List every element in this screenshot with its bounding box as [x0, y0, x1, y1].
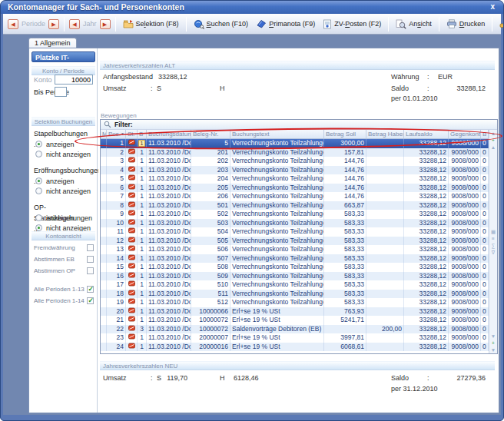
scroll-down-icon[interactable]: ▼ — [491, 333, 496, 340]
column-header-text[interactable]: Buchungstext — [230, 130, 324, 138]
column-header-m[interactable]: M — [101, 130, 107, 138]
append-row-icon[interactable]: + — [492, 340, 495, 346]
scroll-end-icon[interactable]: ▼ — [491, 346, 496, 353]
scroll-up-icon[interactable]: ▲ — [491, 130, 496, 137]
table-row[interactable]: 3111.03.2010 /Do202Verrechnungskonto Tei… — [101, 157, 489, 166]
checkbox-label: Abstimmen OP — [34, 267, 75, 274]
toolbar-button-drucken[interactable]: Drucken — [443, 18, 489, 30]
insert-row-icon[interactable]: + — [492, 137, 495, 144]
column-header-soll[interactable]: Betrag Soll — [324, 130, 366, 138]
status-stamp-icon — [126, 254, 138, 264]
page-up-icon[interactable]: ▲ — [491, 144, 496, 151]
checkbox-icon[interactable] — [87, 256, 94, 263]
close-button[interactable]: x — [490, 1, 495, 13]
table-row[interactable]: 16111.03.2010 /Do509Verrechnungskonto Te… — [101, 272, 489, 281]
table-row[interactable]: 20111.03.2010 /Do10000066Erl+se 19 % USt… — [101, 307, 489, 317]
toolbar-separator — [492, 17, 492, 31]
table-side-strip[interactable]: ▲+▲▦≡∑∇▼+▼ — [489, 130, 497, 353]
table-row[interactable]: 17111.03.2010 /Do510Verrechnungskonto Te… — [101, 280, 489, 290]
konto-input[interactable]: 10000 — [55, 75, 93, 85]
nav-back-icon[interactable]: ◀ — [8, 19, 18, 29]
table-row[interactable]: 13111.03.2010 /Do506Verrechnungskonto Te… — [101, 245, 489, 254]
neu-umsatz-s: S — [157, 374, 161, 382]
column-header-pos[interactable]: Pos.▼ — [107, 130, 126, 138]
kontoansicht-checks: FremdwährungAbstimmen EBAbstimmen OPAlle… — [34, 242, 94, 307]
table-row[interactable]: 11111.03.2010 /Do504Verrechnungskonto Te… — [101, 227, 489, 237]
nav-back-icon[interactable]: ◀ — [69, 19, 80, 29]
radio-option[interactable]: anzeigen — [34, 139, 95, 149]
column-header-lauf[interactable]: Laufsaldo — [404, 130, 449, 138]
table-row[interactable]: 8111.03.2010 /Do501Verrechnungskonto Tei… — [101, 201, 489, 210]
grid-icon[interactable]: ▦ — [491, 228, 496, 235]
filter-icon[interactable]: ∇ — [492, 249, 495, 256]
table-row[interactable]: 18111.03.2010 /Do511Verrechnungskonto Te… — [101, 290, 489, 299]
table-row[interactable]: 15111.03.2010 /Do508Verrechnungskonto Te… — [101, 263, 489, 272]
toolbar-button-zv-posten-f2[interactable]: ZV-Posten (F2) — [319, 18, 385, 31]
table-row[interactable]: 9111.03.2010 /Do502Verrechnungskonto Tei… — [101, 210, 489, 219]
toolbar-button-extras[interactable]: Extras — [496, 18, 504, 30]
table-row[interactable]: 1111.03.2010 /Do5Verrechnungskonto Teilz… — [101, 139, 489, 148]
checkbox-row[interactable]: Fremdwährung — [34, 242, 94, 254]
radio-icon[interactable] — [35, 177, 42, 184]
toolbar-button-selektion-f8[interactable]: Selektion (F8) — [119, 18, 183, 30]
radio-icon[interactable] — [35, 141, 42, 148]
toolbar-button-ansicht[interactable]: Ansicht — [392, 18, 436, 31]
table-row[interactable]: 24111.03.2010 /Do20000016Erl+se 19 % USt… — [101, 343, 489, 352]
table-row[interactable]: 2111.03.2010 /Do201Verrechnungskonto Tei… — [101, 148, 489, 157]
title-bar[interactable]: Kontomanager für Sach- und Personenkonte… — [1, 1, 503, 14]
table-row[interactable]: 10111.03.2010 /Do503Verrechnungskonto Te… — [101, 219, 489, 228]
checkbox-row[interactable]: Alle Perioden 1-14 — [34, 295, 94, 307]
toolbar-button-primanota-f9[interactable]: Primanota (F9) — [252, 18, 319, 30]
table-row[interactable]: 7111.03.2010 /Do206Verrechnungskonto Tei… — [101, 192, 489, 201]
toolbar-separator — [186, 17, 187, 31]
status-stamp-icon — [126, 174, 138, 184]
radio-icon[interactable] — [35, 214, 42, 221]
table-row[interactable]: 12111.03.2010 /Do505Verrechnungskonto Te… — [101, 237, 489, 246]
checkbox-icon[interactable] — [87, 286, 94, 293]
bis-periode-input[interactable] — [55, 87, 67, 97]
folder-select-icon — [123, 19, 134, 28]
table-row[interactable]: 23111.03.2010 /Do20000007Erl+se 19 % USt… — [101, 333, 489, 343]
checkbox-row[interactable]: Abstimmen EB — [34, 254, 94, 265]
table-row[interactable]: 4111.03.2010 /Do203Verrechnungskonto Tei… — [101, 166, 489, 175]
table-row[interactable]: 6111.03.2010 /Do205Verrechnungskonto Tei… — [101, 184, 489, 193]
sum-icon[interactable]: ∑ — [492, 242, 496, 249]
radio-icon[interactable] — [35, 224, 42, 231]
neu-umsatz-label: Umsatz — [103, 374, 127, 382]
nav-forward-icon[interactable]: ▶ — [100, 19, 111, 29]
status-stamp-icon — [126, 316, 138, 325]
tab-allgemein[interactable]: 1 Allgemein — [28, 38, 77, 48]
checkbox-icon[interactable] — [87, 297, 94, 304]
table-row[interactable]: 5111.03.2010 /Do204Verrechnungskonto Tei… — [101, 174, 489, 184]
column-header-beleg[interactable]: Beleg-Nr. — [191, 130, 230, 138]
radio-icon[interactable] — [35, 187, 42, 194]
nav-forward-icon[interactable]: ▶ — [48, 19, 59, 29]
radio-option[interactable]: nicht anzeigen — [34, 186, 95, 196]
list-icon[interactable]: ≡ — [492, 235, 495, 242]
table-header-row[interactable]: MPos.▼St.BBuchungsdatumBeleg-Nr.Buchungs… — [101, 130, 497, 139]
checkbox-icon[interactable] — [87, 267, 94, 274]
radio-label: anzeigen — [46, 214, 75, 222]
status-stamp-icon — [126, 157, 138, 166]
checkbox-row[interactable]: Alle Perioden 1-13 — [34, 283, 94, 295]
table-row[interactable]: 19111.03.2010 /Do512Verrechnungskonto Te… — [101, 298, 489, 307]
checkbox-label: Abstimmen EB — [34, 256, 75, 263]
checkbox-row[interactable]: Abstimmen OP — [34, 265, 94, 277]
filter-row[interactable]: Filter: — [101, 120, 497, 130]
column-header-haben[interactable]: Betrag Haben — [366, 130, 404, 138]
checkbox-icon[interactable] — [87, 244, 94, 251]
toolbar-button-suchen-f10[interactable]: Suchen (F10) — [190, 18, 253, 31]
status-stamp-icon — [126, 325, 138, 334]
radio-option[interactable]: nicht anzeigen — [34, 149, 95, 159]
table-row[interactable]: 22311.03.2010 /Do10000072Saldenvorträge … — [101, 325, 489, 334]
table-row[interactable]: 21111.03.2010 /Do10000072Erl+se 19 % USt… — [101, 316, 489, 325]
table-row[interactable]: 14111.03.2010 /Do507Verrechnungskonto Te… — [101, 254, 489, 264]
column-header-datum[interactable]: Buchungsdatum — [147, 130, 191, 138]
column-header-st[interactable]: St. — [126, 130, 138, 138]
column-header-gegen[interactable]: Gegenkonto — [449, 130, 481, 138]
column-header-b[interactable]: B — [138, 130, 147, 138]
radio-icon[interactable] — [35, 151, 42, 157]
app-window: Kontomanager für Sach- und Personenkonte… — [0, 0, 504, 421]
radio-option[interactable]: anzeigen — [34, 176, 95, 186]
column-header-b2[interactable]: B — [481, 130, 489, 138]
